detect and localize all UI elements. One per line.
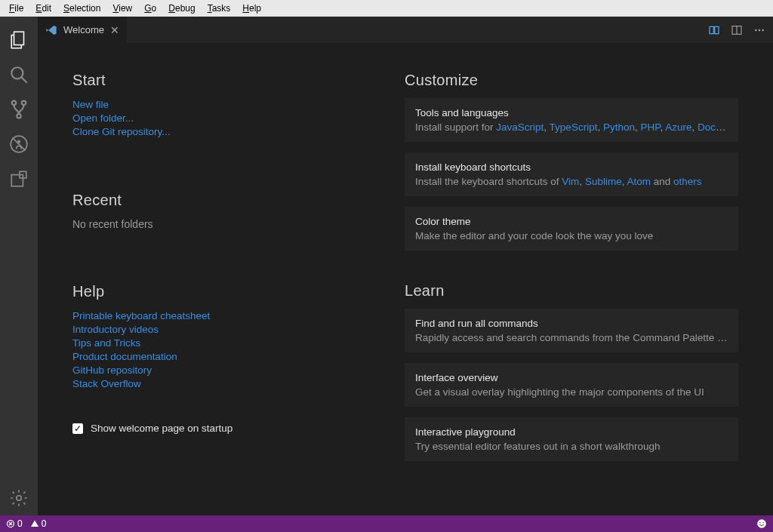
svg-point-8 xyxy=(17,140,20,143)
status-feedback[interactable] xyxy=(756,518,767,529)
learn-section: Learn Find and run all commands Rapidly … xyxy=(405,282,738,461)
keymap-link-vim[interactable]: Vim xyxy=(562,176,579,187)
customize-tools-card[interactable]: Tools and languages Install support for … xyxy=(405,98,738,142)
lang-link-javascript[interactable]: JavaScript xyxy=(496,121,544,133)
keymap-link-atom[interactable]: Atom xyxy=(627,176,651,187)
start-link-clone-git[interactable]: Clone Git repository... xyxy=(72,125,374,139)
help-section: Help Printable keyboard cheatsheet Intro… xyxy=(72,283,374,391)
card-title: Tools and languages xyxy=(415,107,728,118)
svg-point-1 xyxy=(11,67,23,78)
help-link-github[interactable]: GitHub repository xyxy=(72,364,374,377)
menu-edit[interactable]: Edit xyxy=(29,2,57,15)
start-heading: Start xyxy=(72,72,374,89)
source-control-icon[interactable] xyxy=(0,92,38,127)
menu-go[interactable]: Go xyxy=(138,2,162,15)
keymap-link-sublime[interactable]: Sublime xyxy=(585,176,622,187)
extensions-icon[interactable] xyxy=(0,161,38,196)
svg-rect-0 xyxy=(14,32,24,45)
help-link-cheatsheet[interactable]: Printable keyboard cheatsheet xyxy=(72,309,374,323)
svg-rect-12 xyxy=(710,26,713,33)
status-bar: 0 0 xyxy=(0,515,773,532)
help-link-tips[interactable]: Tips and Tricks xyxy=(72,337,374,350)
explorer-icon[interactable] xyxy=(0,23,38,57)
checkbox-icon[interactable]: ✓ xyxy=(72,423,83,434)
svg-point-11 xyxy=(17,496,22,501)
card-sub: Get a visual overlay highlighting the ma… xyxy=(415,386,728,398)
welcome-page: Start New file Open folder... Clone Git … xyxy=(38,43,773,515)
tab-welcome[interactable]: Welcome ✕ xyxy=(38,17,127,43)
activity-bar xyxy=(0,17,38,515)
error-icon xyxy=(6,519,15,528)
menu-view[interactable]: View xyxy=(106,2,138,15)
debug-icon[interactable] xyxy=(0,127,38,161)
more-icon[interactable] xyxy=(753,24,765,36)
customize-shortcuts-card[interactable]: Install keyboard shortcuts Install the k… xyxy=(405,152,738,196)
smiley-icon xyxy=(756,518,767,529)
customize-theme-card[interactable]: Color theme Make the editor and your cod… xyxy=(405,207,738,251)
settings-gear-icon[interactable] xyxy=(0,481,38,515)
split-editor-icon[interactable] xyxy=(731,24,743,36)
svg-line-2 xyxy=(21,77,27,83)
menu-file[interactable]: File xyxy=(3,2,29,15)
svg-rect-9 xyxy=(11,175,23,186)
card-title: Interactive playground xyxy=(415,426,728,438)
svg-point-17 xyxy=(759,29,760,30)
menu-selection[interactable]: Selection xyxy=(57,2,106,15)
keymap-link-others[interactable]: others xyxy=(673,176,702,187)
search-icon[interactable] xyxy=(0,57,38,92)
status-warnings[interactable]: 0 xyxy=(30,518,47,529)
lang-link-typescript[interactable]: TypeScript xyxy=(550,121,598,133)
checkbox-label: Show welcome page on startup xyxy=(91,423,233,434)
menu-help[interactable]: Help xyxy=(236,2,267,15)
learn-overview-card[interactable]: Interface overview Get a visual overlay … xyxy=(405,363,738,407)
customize-heading: Customize xyxy=(405,72,738,89)
lang-link-php[interactable]: PHP xyxy=(640,121,660,133)
lang-link-azure[interactable]: Azure xyxy=(665,121,691,133)
card-sub: Install support for JavaScript, TypeScri… xyxy=(415,121,728,133)
start-section: Start New file Open folder... Clone Git … xyxy=(72,72,374,139)
help-link-docs[interactable]: Product documentation xyxy=(72,350,374,364)
welcome-startup-checkbox-row[interactable]: ✓ Show welcome page on startup xyxy=(72,423,374,434)
menu-tasks[interactable]: Tasks xyxy=(202,2,237,15)
card-sub: Make the editor and your code look the w… xyxy=(415,230,728,241)
card-title: Find and run all commands xyxy=(415,318,728,329)
menubar: File Edit Selection View Go Debug Tasks … xyxy=(0,0,773,17)
help-heading: Help xyxy=(72,283,374,300)
svg-rect-13 xyxy=(715,26,719,33)
error-count: 0 xyxy=(17,518,23,529)
start-link-new-file[interactable]: New file xyxy=(72,98,374,112)
svg-point-16 xyxy=(755,29,756,30)
menu-debug[interactable]: Debug xyxy=(162,2,201,15)
tab-label: Welcome xyxy=(63,24,104,35)
card-title: Interface overview xyxy=(415,372,728,383)
svg-point-5 xyxy=(17,114,20,118)
svg-point-24 xyxy=(762,522,764,524)
card-sub: Rapidly access and search commands from … xyxy=(415,332,728,343)
recent-heading: Recent xyxy=(72,192,374,209)
lang-link-docker[interactable]: Dock… xyxy=(698,121,728,133)
recent-section: Recent No recent folders xyxy=(72,192,374,230)
learn-heading: Learn xyxy=(405,282,738,300)
learn-playground-card[interactable]: Interactive playground Try essential edi… xyxy=(405,417,738,461)
close-icon[interactable]: ✕ xyxy=(110,24,119,36)
status-errors[interactable]: 0 xyxy=(6,518,23,529)
card-title: Install keyboard shortcuts xyxy=(415,161,728,173)
learn-commands-card[interactable]: Find and run all commands Rapidly access… xyxy=(405,309,738,352)
card-sub: Try essential editor features out in a s… xyxy=(415,441,728,452)
help-link-stackoverflow[interactable]: Stack Overflow xyxy=(72,377,374,391)
recent-empty: No recent folders xyxy=(72,218,374,230)
warning-count: 0 xyxy=(42,518,47,529)
svg-point-3 xyxy=(12,101,16,105)
svg-point-4 xyxy=(22,101,26,105)
card-title: Color theme xyxy=(415,216,728,227)
svg-point-18 xyxy=(762,29,763,30)
warning-icon xyxy=(30,519,39,528)
start-link-open-folder[interactable]: Open folder... xyxy=(72,112,374,125)
help-link-videos[interactable]: Introductory videos xyxy=(72,323,374,337)
svg-line-7 xyxy=(12,137,25,150)
svg-point-23 xyxy=(759,522,761,524)
lang-link-python[interactable]: Python xyxy=(603,121,635,133)
vscode-logo-icon xyxy=(45,24,57,36)
split-diff-icon[interactable] xyxy=(708,24,720,36)
tab-bar: Welcome ✕ xyxy=(38,17,773,43)
